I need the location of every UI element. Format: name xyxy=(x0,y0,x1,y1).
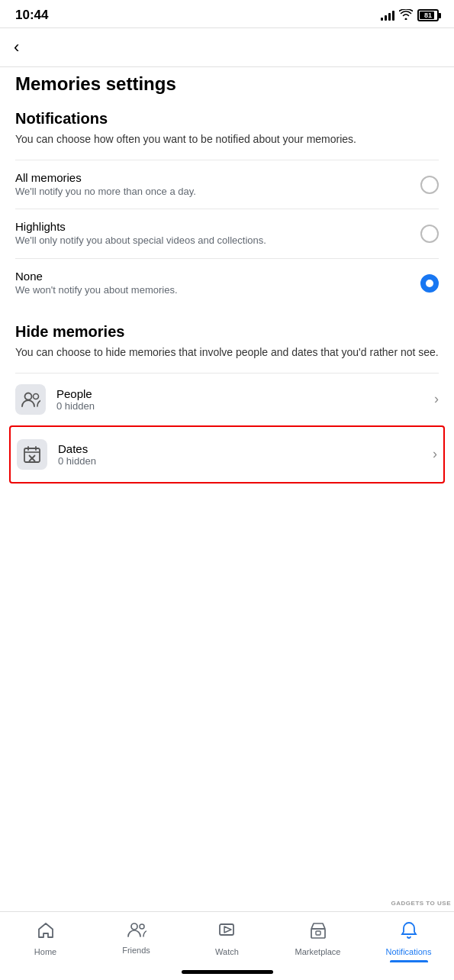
nav-label-marketplace: Marketplace xyxy=(295,947,341,956)
svg-rect-14 xyxy=(316,931,320,935)
dates-chevron-icon: › xyxy=(433,446,437,462)
watermark: GADGETS TO USE xyxy=(391,900,451,907)
radio-none-circle[interactable] xyxy=(420,274,439,293)
people-list-item[interactable]: People 0 hidden › xyxy=(15,373,439,425)
battery-icon: 81 xyxy=(417,9,439,21)
hide-section-title: Hide memories xyxy=(15,323,439,341)
dates-sublabel: 0 hidden xyxy=(58,455,427,467)
status-icons: 81 xyxy=(381,9,439,22)
signal-icon xyxy=(381,10,394,21)
bell-icon xyxy=(400,921,418,944)
watch-icon xyxy=(218,921,237,944)
friends-icon xyxy=(127,921,147,943)
svg-rect-2 xyxy=(24,448,40,462)
hide-section: Hide memories You can choose to hide mem… xyxy=(15,323,439,484)
radio-all-sublabel: We'll notify you no more than once a day… xyxy=(15,186,196,199)
radio-all-circle[interactable] xyxy=(420,176,439,194)
dates-highlighted-wrapper: Dates 0 hidden › xyxy=(9,425,445,484)
svg-point-9 xyxy=(140,924,144,929)
radio-highlights-label: Highlights xyxy=(15,220,266,233)
status-bar: 10:44 81 xyxy=(0,0,454,27)
back-area[interactable]: ‹ xyxy=(0,28,454,66)
nav-item-home[interactable]: Home xyxy=(0,918,91,956)
svg-point-0 xyxy=(25,393,32,399)
nav-item-watch[interactable]: Watch xyxy=(182,918,272,956)
dates-icon xyxy=(17,439,47,470)
hide-section-desc: You can choose to hide memories that inv… xyxy=(15,345,439,361)
nav-item-friends[interactable]: Friends xyxy=(91,918,182,955)
svg-rect-12 xyxy=(311,929,325,938)
radio-all-label: All memories xyxy=(15,171,196,184)
back-button[interactable]: ‹ xyxy=(14,37,19,57)
radio-highlights-circle[interactable] xyxy=(420,225,439,243)
people-label: People xyxy=(56,387,428,400)
home-indicator xyxy=(182,970,273,974)
notifications-section-desc: You can choose how often you want to be … xyxy=(15,132,439,147)
dates-list-item[interactable]: Dates 0 hidden › xyxy=(17,429,437,480)
svg-marker-11 xyxy=(224,927,231,933)
radio-none-sublabel: We won't notify you about memories. xyxy=(15,284,178,297)
svg-point-8 xyxy=(131,923,137,930)
nav-label-friends: Friends xyxy=(122,946,150,955)
radio-option-all[interactable]: All memories We'll notify you no more th… xyxy=(15,160,439,209)
home-icon xyxy=(37,921,55,944)
radio-option-none[interactable]: None We won't notify you about memories. xyxy=(15,258,439,308)
radio-highlights-sublabel: We'll only notify you about special vide… xyxy=(15,234,266,247)
people-icon xyxy=(15,384,46,415)
status-time: 10:44 xyxy=(15,8,48,23)
nav-item-marketplace[interactable]: Marketplace xyxy=(272,918,363,956)
nav-item-notifications[interactable]: Notifications xyxy=(363,918,454,956)
radio-option-highlights[interactable]: Highlights We'll only notify you about s… xyxy=(15,209,439,258)
wifi-icon xyxy=(399,9,413,22)
people-chevron-icon: › xyxy=(434,391,439,407)
nav-label-notifications: Notifications xyxy=(386,947,432,956)
page-title: Memories settings xyxy=(15,73,439,95)
nav-label-watch: Watch xyxy=(215,947,239,956)
notifications-section-title: Notifications xyxy=(15,110,439,128)
radio-none-label: None xyxy=(15,270,178,283)
dates-label: Dates xyxy=(58,442,427,455)
nav-active-indicator xyxy=(390,960,428,962)
main-content: Memories settings Notifications You can … xyxy=(0,67,454,499)
marketplace-icon xyxy=(309,921,327,944)
svg-point-1 xyxy=(34,393,39,399)
people-sublabel: 0 hidden xyxy=(56,400,428,412)
nav-label-home: Home xyxy=(34,947,56,956)
